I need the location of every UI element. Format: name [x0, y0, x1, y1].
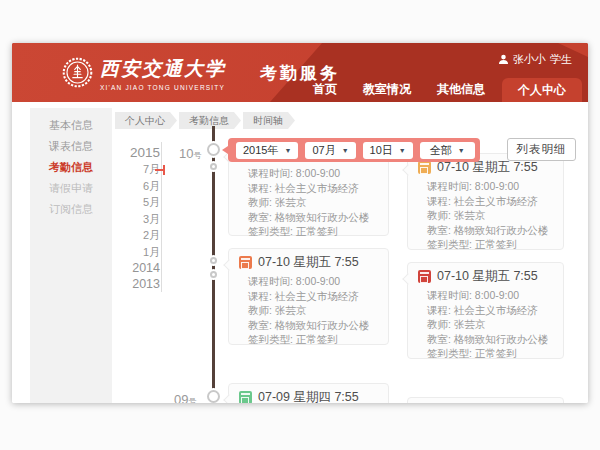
card-field: 教室: 格物致知行政办公楼	[427, 223, 553, 238]
main-nav: 首页 教室情况 其他信息 个人中心	[300, 77, 582, 102]
university-name-cn: 西安交通大学	[100, 56, 226, 82]
date-filter-bar: 2015年 ▼ 07月 ▼ 10日 ▼ 全部 ▼	[228, 138, 480, 162]
attendance-card[interactable]: 07-10 星期五 7:55 课程时间: 8:00-9:00 课程: 社会主义市…	[228, 248, 389, 345]
university-name: 西安交通大学 XI'AN JIAO TONG UNIVERSITY	[100, 56, 226, 91]
nav-item-other-info[interactable]: 其他信息	[424, 77, 498, 102]
timeline-node-small-1	[210, 163, 217, 170]
timeline-year-nav: 2015 7月 6月 5月 3月 2月 1月 2014 2013	[116, 144, 160, 292]
attendance-card[interactable]: 07-09 星期四 7:55	[228, 383, 389, 403]
breadcrumb-personal-center[interactable]: 个人中心	[115, 112, 177, 129]
signin-status-icon	[239, 256, 252, 269]
sidebar-item-basic-info[interactable]: 基本信息	[30, 115, 112, 136]
breadcrumb-timeline[interactable]: 时间轴	[243, 112, 295, 129]
day-label-10: 10号	[179, 144, 201, 162]
timeline-node-small-3	[210, 271, 217, 278]
sidebar-item-attendance[interactable]: 考勤信息	[30, 157, 112, 178]
day-label-09: 09号	[174, 390, 196, 403]
year-entry-2014[interactable]: 2014	[116, 260, 160, 276]
month-entry-jun[interactable]: 6月	[116, 178, 160, 195]
card-field: 签到类型: 正常签到	[427, 346, 553, 361]
type-dropdown[interactable]: 全部 ▼	[420, 142, 475, 159]
card-date: 07-10 星期五 7:55	[258, 254, 359, 271]
sidebar: 基本信息 课表信息 考勤信息 请假申请 订阅信息	[30, 115, 112, 220]
chevron-down-icon: ▼	[342, 147, 349, 154]
filter-bar-arrow	[222, 146, 228, 154]
year-entry-2013[interactable]: 2013	[116, 276, 160, 292]
card-field: 课程: 社会主义市场经济	[427, 303, 553, 318]
breadcrumb-attendance[interactable]: 考勤信息	[179, 112, 241, 129]
card-field: 课程时间: 8:00-9:00	[427, 288, 553, 303]
list-detail-button[interactable]: 列表明细	[507, 138, 576, 161]
month-entry-jul[interactable]: 7月	[116, 161, 160, 178]
attendance-card[interactable]: 07-10 星期五 7:55 课程时间: 8:00-9:00 课程: 社会主义市…	[407, 153, 564, 250]
content-area: 基本信息 课表信息 考勤信息 请假申请 订阅信息 个人中心 考勤信息 时间轴 2…	[12, 102, 588, 403]
card-field: 签到类型: 正常签到	[248, 332, 378, 347]
sidebar-item-timetable[interactable]: 课表信息	[30, 136, 112, 157]
chevron-down-icon: ▼	[284, 147, 291, 154]
app-header: 西安交通大学 XI'AN JIAO TONG UNIVERSITY 考勤服务 张…	[12, 43, 588, 102]
card-field: 课程时间: 8:00-9:00	[427, 179, 553, 194]
card-date: 07-09 星期四 7:55	[258, 389, 359, 404]
chevron-down-icon: ▼	[399, 147, 406, 154]
signin-status-icon	[418, 161, 431, 174]
attendance-card[interactable]: 07-10 星期五 7:55 课程时间: 8:00-9:00 课程: 社会主义市…	[407, 262, 564, 359]
university-logo-icon	[62, 57, 93, 88]
month-entry-jan[interactable]: 1月	[116, 244, 160, 261]
card-field: 教师: 张芸京	[427, 208, 553, 223]
card-field: 课程时间: 8:00-9:00	[248, 166, 378, 181]
timeline-node-day09	[207, 390, 220, 403]
breadcrumb: 个人中心 考勤信息 时间轴	[115, 112, 297, 129]
card-field: 课程: 社会主义市场经济	[248, 289, 378, 304]
user-role: 学生	[550, 52, 572, 67]
chevron-down-icon: ▼	[458, 147, 465, 154]
card-field: 教师: 张芸京	[248, 303, 378, 318]
card-field: 教师: 张芸京	[248, 195, 378, 210]
year-dropdown[interactable]: 2015年 ▼	[236, 142, 298, 159]
card-field: 教室: 格物致知行政办公楼	[248, 318, 378, 333]
signin-status-icon	[418, 270, 431, 283]
user-name: 张小小	[513, 52, 546, 67]
nav-item-classrooms[interactable]: 教室情况	[350, 77, 424, 102]
card-field: 课程: 社会主义市场经济	[248, 181, 378, 196]
selected-month-marker-tick	[163, 165, 165, 175]
card-field: 教室: 格物致知行政办公楼	[427, 332, 553, 347]
university-name-en: XI'AN JIAO TONG UNIVERSITY	[100, 84, 226, 91]
timeline-node-day10	[207, 143, 220, 156]
card-field: 签到类型: 正常签到	[248, 224, 378, 239]
nav-item-home[interactable]: 首页	[300, 77, 350, 102]
app-window: 西安交通大学 XI'AN JIAO TONG UNIVERSITY 考勤服务 张…	[12, 43, 588, 403]
card-date: 07-10 星期五 7:55	[437, 268, 538, 285]
month-entry-feb[interactable]: 2月	[116, 227, 160, 244]
signin-status-icon	[239, 391, 252, 404]
card-field: 教师: 张芸京	[427, 317, 553, 332]
person-icon	[498, 54, 509, 65]
year-entry-2015[interactable]: 2015	[116, 144, 160, 161]
card-field: 课程: 社会主义市场经济	[427, 194, 553, 209]
year-nav-divider	[161, 142, 162, 292]
month-entry-may[interactable]: 5月	[116, 194, 160, 211]
card-field: 教室: 格物致知行政办公楼	[248, 210, 378, 225]
day-dropdown[interactable]: 10日 ▼	[363, 142, 413, 159]
sidebar-item-leave-request[interactable]: 请假申请	[30, 178, 112, 199]
sidebar-item-subscription[interactable]: 订阅信息	[30, 199, 112, 220]
month-dropdown[interactable]: 07月 ▼	[305, 142, 355, 159]
card-field: 课程时间: 8:00-9:00	[248, 274, 378, 289]
month-entry-mar[interactable]: 3月	[116, 211, 160, 228]
nav-item-personal-center[interactable]: 个人中心	[502, 78, 582, 102]
attendance-card-clipped[interactable]	[407, 397, 564, 403]
user-info[interactable]: 张小小 学生	[498, 52, 572, 67]
timeline-node-small-2	[210, 257, 217, 264]
card-field: 签到类型: 正常签到	[427, 237, 553, 252]
